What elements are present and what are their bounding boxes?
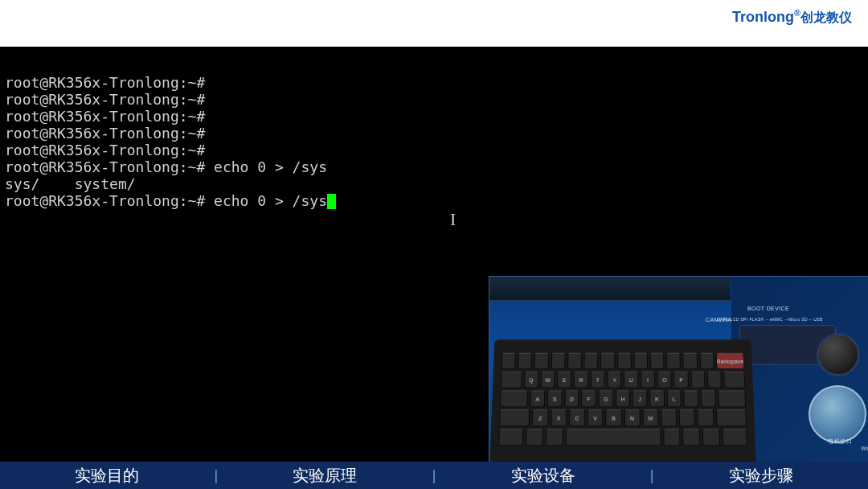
key: J xyxy=(633,390,647,407)
bottom-nav: 实验目的 | 实验原理 | 实验设备 | 实验步骤 xyxy=(0,462,868,489)
key: D xyxy=(564,390,579,407)
cable-tray xyxy=(489,277,731,301)
key: N xyxy=(624,409,640,426)
key xyxy=(699,353,714,369)
key xyxy=(600,353,615,369)
key xyxy=(679,409,695,426)
key xyxy=(584,353,599,369)
key xyxy=(701,390,716,407)
ctrl-key xyxy=(498,429,524,446)
key xyxy=(684,390,699,407)
key: W xyxy=(540,372,555,388)
nav-item-steps[interactable]: 实验步骤 xyxy=(654,465,868,487)
key xyxy=(526,429,543,446)
key xyxy=(724,372,745,388)
shift-key xyxy=(715,409,747,426)
key xyxy=(682,429,700,446)
key xyxy=(707,372,722,388)
key xyxy=(702,429,720,446)
key xyxy=(698,409,714,426)
key: Z xyxy=(532,409,548,426)
terminal-cursor-icon xyxy=(327,194,336,209)
key xyxy=(617,353,632,369)
encoder-cap-icon xyxy=(809,385,866,443)
key: K xyxy=(649,390,664,407)
key: F xyxy=(581,390,596,407)
motor-label: 电机接口 xyxy=(828,438,852,446)
ctrl-key xyxy=(722,429,747,446)
key xyxy=(502,353,516,369)
key: V xyxy=(588,409,604,426)
key xyxy=(534,353,549,369)
key xyxy=(650,353,665,369)
brand-cn: 创龙教仪 xyxy=(800,10,852,24)
nav-item-equipment[interactable]: 实验设备 xyxy=(436,465,649,487)
key: H xyxy=(616,390,630,407)
key: M xyxy=(642,409,658,426)
shift-key xyxy=(499,409,530,426)
key xyxy=(567,353,582,369)
alt-key xyxy=(546,429,563,446)
text-cursor-icon: I xyxy=(450,209,456,230)
key: R xyxy=(574,372,588,388)
key xyxy=(683,353,698,369)
alt-key xyxy=(663,429,681,446)
key: O xyxy=(657,372,672,388)
brand-reg: ® xyxy=(794,8,800,18)
tab-key xyxy=(501,372,522,388)
key: L xyxy=(666,390,682,407)
key: T xyxy=(591,372,605,388)
key xyxy=(633,353,648,369)
key: Q xyxy=(524,372,538,388)
key: P xyxy=(674,372,689,388)
key xyxy=(518,353,532,369)
key xyxy=(666,353,681,369)
rotary-knob-icon xyxy=(817,333,860,376)
key: X xyxy=(551,409,567,426)
brand-logo: Tronlong®创龙教仪 xyxy=(732,8,852,27)
key xyxy=(551,353,565,369)
key: G xyxy=(599,390,613,407)
space-key xyxy=(565,429,661,446)
watchdog-label: Watchdog xyxy=(862,446,868,451)
key: S xyxy=(547,390,563,407)
key: I xyxy=(641,372,655,388)
enter-key xyxy=(718,390,746,407)
caps-key xyxy=(500,390,528,407)
key: U xyxy=(624,372,638,388)
key: Y xyxy=(608,372,622,388)
nav-item-principle[interactable]: 实验原理 xyxy=(218,465,432,487)
terminal-output: root@RK356x-Tronlong:~# root@RK356x-Tron… xyxy=(0,47,868,236)
key: B xyxy=(606,409,622,426)
key: C xyxy=(569,409,585,426)
boot-sub-label: LVDS-LCD SPI FLASH →eMMC →Micro SD→ USB xyxy=(717,317,829,322)
key xyxy=(661,409,677,426)
keyboard-photo: Backspace QWERTYUIOP ASDFGHJKL ZXCVBNM xyxy=(489,339,756,471)
boot-device-label: BOOT DEVICE xyxy=(747,306,789,311)
key: A xyxy=(530,390,546,407)
key: E xyxy=(557,372,571,388)
backspace-key: Backspace xyxy=(716,353,745,369)
key xyxy=(690,372,705,388)
brand-name: Tronlong xyxy=(732,9,794,25)
hardware-photo: BOOT DEVICE CAMERA LVDS-LCD SPI FLASH →e… xyxy=(489,276,868,471)
nav-item-purpose[interactable]: 实验目的 xyxy=(0,465,214,487)
terminal-window[interactable]: root@RK356x-Tronlong:~# root@RK356x-Tron… xyxy=(0,47,868,462)
